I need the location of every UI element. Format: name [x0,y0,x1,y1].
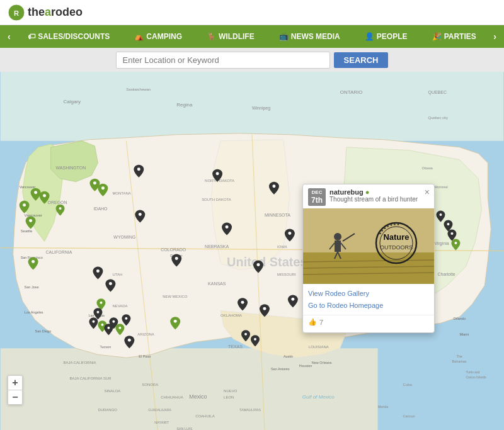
svg-text:The: The [456,354,462,358]
svg-text:San Antonio: San Antonio [271,367,290,371]
svg-text:SOUTH DAKOTA: SOUTH DAKOTA [202,198,231,201]
svg-text:Cancun: Cancun [403,414,415,418]
svg-point-118 [263,307,266,310]
nav-item-parties[interactable]: 🎉 PARTIES [428,32,480,41]
svg-text:SAN LUIS: SAN LUIS [176,427,192,430]
svg-text:LEON: LEON [224,395,234,399]
svg-text:Caicos Islands: Caicos Islands [466,375,486,379]
svg-point-139 [334,233,341,240]
svg-text:Vancouver: Vancouver [25,213,42,217]
nav-left-arrow[interactable]: ‹ [3,31,16,42]
popup-header: DEC 7th naturebug ● Thought stream of a … [303,184,434,208]
svg-point-121 [272,184,275,188]
svg-text:Saskatchewan: Saskatchewan [126,88,151,91]
popup-date-badge: DEC 7th [308,188,326,206]
svg-point-93 [23,203,26,207]
svg-point-132 [216,172,219,175]
nav-item-wildlife[interactable]: 🦌 WILDLIFE [203,32,258,41]
popup-footer: 👍 7 [303,315,434,327]
nav-item-news[interactable]: 📺 NEWS MEDIA [275,32,344,41]
nav-item-people[interactable]: 👤 PEOPLE [361,32,411,41]
popup-subtitle: Thought stream of a bird hunter [329,196,429,203]
svg-text:Nature: Nature [383,232,409,242]
svg-text:MISSOURI: MISSOURI [277,273,296,276]
search-input[interactable] [116,52,330,69]
nav-right-arrow[interactable]: › [488,31,501,42]
app-header: R thearodeo [0,0,504,25]
svg-text:TAMAULIPAS: TAMAULIPAS [239,408,261,412]
svg-text:Gulf of Mexico: Gulf of Mexico [302,394,335,400]
svg-text:Regina: Regina [176,102,193,108]
svg-text:IDAHO: IDAHO [93,207,108,211]
nav-items: 🏷 SALES/DISCOUNTS ⛺ CAMPING 🦌 WILDLIFE 📺… [16,32,489,41]
svg-text:GUADALAJARA: GUADALAJARA [148,408,171,412]
svg-text:Orlando: Orlando [453,317,466,320]
nav-camping-label: CAMPING [146,32,182,41]
svg-point-114 [174,320,177,323]
view-gallery-link[interactable]: View Rodeo Gallery [308,288,429,300]
svg-text:OUTDOORS: OUTDOORS [380,244,413,251]
nav-people-label: PEOPLE [377,32,408,41]
svg-text:R: R [14,9,19,17]
svg-text:TEXAS: TEXAS [228,344,243,349]
svg-text:BAJA CALIFORNIA: BAJA CALIFORNIA [64,361,96,365]
svg-text:Quebec city: Quebec city [428,116,449,120]
svg-text:Winnipeg: Winnipeg [252,106,270,111]
svg-point-95 [43,194,46,197]
svg-text:Charlotte: Charlotte [437,272,455,276]
logo[interactable]: R thearodeo [8,4,83,21]
zoom-in-button[interactable]: + [8,376,22,390]
svg-text:OREGON: OREGON [48,200,67,205]
svg-text:WASHINGTON: WASHINGTON [56,166,86,170]
svg-text:MINNESOTA: MINNESOTA [265,213,290,217]
svg-text:Tucson: Tucson [100,345,111,349]
svg-text:LOUISIANA: LOUISIANA [309,345,329,349]
thumbs-icon: 👍 [308,318,317,326]
svg-text:IOWA: IOWA [277,245,287,249]
svg-text:Seattle: Seattle [21,229,33,233]
zoom-out-button[interactable]: − [8,390,22,404]
svg-point-122 [288,232,291,235]
svg-text:Montreal: Montreal [434,185,447,189]
nav-item-sales[interactable]: 🏷 SALES/DISCOUNTS [24,32,113,41]
popup-close-button[interactable]: × [425,188,430,196]
nav-parties-label: PARTIES [444,32,476,41]
svg-text:NEVADA: NEVADA [112,304,127,308]
svg-text:CALIFORNIA: CALIFORNIA [46,250,72,254]
svg-point-94 [29,219,32,222]
wildlife-icon: 🦌 [207,32,216,41]
svg-point-96 [59,207,62,210]
svg-text:CHIHUAHUA: CHIHUAHUA [161,395,183,399]
svg-text:Virginia: Virginia [434,241,449,246]
popup-image: Nature OUTDOORS ● ● ● ● ● ● ● [303,208,434,284]
svg-point-106 [96,311,99,314]
svg-text:Bahamas: Bahamas [452,359,466,363]
svg-text:MONTANA: MONTANA [112,191,130,195]
svg-point-92 [34,191,37,194]
svg-text:Turks and: Turks and [466,370,479,374]
popup-user-info: naturebug ● Thought stream of a bird hun… [329,188,429,203]
nav-news-label: NEWS MEDIA [291,32,340,41]
svg-point-108 [101,324,103,326]
svg-text:New Orleans: New Orleans [312,361,332,365]
svg-point-128 [439,213,442,216]
logo-icon: R [8,4,25,21]
svg-text:Vancouver: Vancouver [20,185,36,189]
search-button[interactable]: SEARCH [334,52,389,68]
popup-day: 7th [311,196,323,205]
nav-item-camping[interactable]: ⛺ CAMPING [130,32,186,41]
svg-text:San Jose: San Jose [25,285,39,289]
rodeo-homepage-link[interactable]: Go to Rodeo Homepage [308,300,429,312]
svg-text:Austin: Austin [284,354,293,358]
camping-icon: ⛺ [134,32,144,41]
svg-text:SINALOA: SINALOA [104,389,120,393]
svg-text:WYOMING: WYOMING [113,235,135,239]
search-bar: SEARCH [0,48,504,72]
map-popup: × DEC 7th naturebug ● Thought stream of … [302,184,435,333]
popup-month: DEC [311,190,323,196]
svg-point-111 [118,327,121,329]
svg-point-98 [93,181,96,184]
map-container[interactable]: WASHINGTON OREGON CALIFORNIA IDAHO MONTA… [0,72,504,430]
nav-wildlife-label: WILDLIFE [219,32,255,41]
svg-text:Los Angeles: Los Angeles [25,310,43,314]
